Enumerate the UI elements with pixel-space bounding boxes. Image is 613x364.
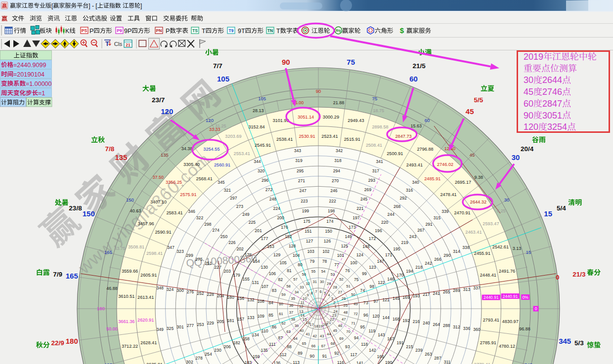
svg-text:2485.91: 2485.91 [424, 176, 440, 181]
svg-text:35: 35 [291, 296, 295, 301]
svg-text:105: 105 [279, 260, 287, 265]
svg-text:225: 225 [249, 220, 256, 225]
svg-text:148: 148 [362, 244, 370, 249]
svg-text:58: 58 [286, 284, 290, 288]
svg-text:122: 122 [378, 280, 385, 285]
svg-text:289: 289 [453, 288, 460, 293]
svg-text:2: 2 [333, 300, 335, 305]
svg-text:323: 323 [176, 249, 184, 254]
svg-text:7: 7 [315, 289, 317, 294]
svg-text:180: 180 [97, 306, 105, 311]
svg-text:2847.73: 2847.73 [395, 134, 411, 139]
svg-text:92: 92 [334, 351, 339, 356]
svg-text:320: 320 [258, 168, 265, 173]
svg-text:75: 75 [354, 277, 359, 282]
svg-text:229: 229 [207, 321, 215, 325]
svg-text:69: 69 [339, 336, 343, 341]
svg-text:55: 55 [311, 269, 315, 274]
svg-text:60: 60 [409, 75, 418, 83]
svg-text:146: 146 [387, 277, 394, 282]
svg-text:2695.17: 2695.17 [455, 180, 471, 185]
svg-text:278: 278 [195, 356, 203, 361]
svg-text:321: 321 [224, 188, 231, 193]
svg-text:127: 127 [306, 239, 313, 243]
svg-text:267: 267 [417, 228, 425, 233]
svg-text:2644.32: 2644.32 [470, 200, 486, 204]
svg-text:251: 251 [205, 261, 212, 266]
svg-text:2605.91: 2605.91 [140, 273, 157, 278]
svg-text:63: 63 [286, 329, 290, 334]
svg-text:0%: 0% [523, 295, 529, 300]
svg-text:250: 250 [220, 234, 228, 239]
svg-text:120: 120 [161, 107, 173, 116]
svg-text:241: 241 [433, 291, 440, 296]
svg-text:143: 143 [378, 332, 385, 337]
svg-text:317: 317 [372, 168, 380, 173]
svg-text:2523.41: 2523.41 [321, 134, 338, 139]
svg-text:6: 6 [319, 289, 321, 294]
svg-text:180: 180 [227, 295, 234, 300]
svg-text:242: 242 [425, 261, 432, 266]
svg-text:3457.96: 3457.96 [137, 221, 154, 226]
svg-text:=20190104: =20190104 [13, 71, 44, 78]
svg-text:47: 47 [342, 317, 346, 322]
svg-text:78: 78 [322, 259, 327, 264]
svg-text:2538.41: 2538.41 [276, 137, 293, 142]
svg-text:53: 53 [331, 272, 335, 277]
svg-text:23/7: 23/7 [152, 96, 165, 104]
svg-text:131: 131 [252, 280, 259, 285]
svg-text:203: 203 [223, 269, 231, 274]
svg-text:P9: P9 [117, 28, 122, 33]
svg-text:104: 104 [293, 253, 300, 258]
svg-text:52: 52 [339, 277, 343, 282]
svg-text:292: 292 [399, 196, 407, 201]
svg-text:T9: T9 [229, 28, 234, 33]
svg-text:112: 112 [280, 352, 287, 357]
svg-text:48: 48 [344, 310, 348, 315]
svg-text:28.13: 28.13 [253, 108, 264, 113]
svg-text:135: 135 [261, 348, 268, 353]
svg-text:=2440.9099: =2440.9099 [13, 62, 46, 69]
svg-text:204: 204 [217, 293, 224, 298]
svg-text:70: 70 [346, 329, 350, 334]
svg-text:206: 206 [223, 344, 231, 349]
svg-text:75: 75 [372, 96, 378, 101]
svg-text:169: 169 [402, 295, 410, 300]
svg-text:273: 273 [236, 204, 244, 209]
svg-text:96.88: 96.88 [519, 326, 530, 331]
svg-text:81: 81 [287, 268, 292, 273]
svg-text:40: 40 [300, 328, 304, 333]
svg-text:Cls: Cls [114, 41, 123, 47]
svg-text:2898.58: 2898.58 [372, 124, 388, 129]
svg-text:144: 144 [383, 315, 390, 320]
svg-text:191: 191 [396, 340, 404, 345]
svg-text:245: 245 [360, 197, 368, 202]
svg-text:349: 349 [156, 327, 164, 332]
svg-text:2628.41: 2628.41 [140, 340, 157, 345]
svg-text:Big: Big [336, 29, 341, 33]
svg-text:3305.40: 3305.40 [183, 162, 200, 167]
svg-text:340: 340 [412, 180, 420, 185]
svg-text:272: 272 [265, 187, 273, 192]
svg-text:196: 196 [375, 228, 382, 233]
svg-text:147: 147 [377, 259, 385, 264]
svg-text:178: 178 [245, 252, 252, 257]
svg-text:2491.76: 2491.76 [499, 269, 515, 274]
svg-text:150: 150 [83, 209, 95, 218]
svg-text:195: 195 [393, 246, 400, 251]
svg-text:105: 105 [258, 96, 266, 101]
svg-text:3203.69: 3203.69 [225, 134, 241, 139]
svg-text:85: 85 [268, 313, 273, 318]
svg-text:134: 134 [252, 332, 259, 337]
svg-text:345: 345 [559, 337, 571, 345]
svg-text:98: 98 [370, 284, 375, 289]
svg-text:95: 95 [360, 324, 365, 329]
svg-text:136: 136 [273, 361, 281, 364]
svg-text:216: 216 [413, 319, 420, 324]
svg-text:2598.41: 2598.41 [146, 251, 163, 256]
svg-text:44: 44 [327, 332, 331, 336]
svg-text:2440.91: 2440.91 [483, 295, 499, 300]
svg-text:34.38: 34.38 [181, 146, 193, 151]
svg-text:338: 338 [462, 245, 470, 250]
svg-text:166: 166 [377, 354, 385, 359]
